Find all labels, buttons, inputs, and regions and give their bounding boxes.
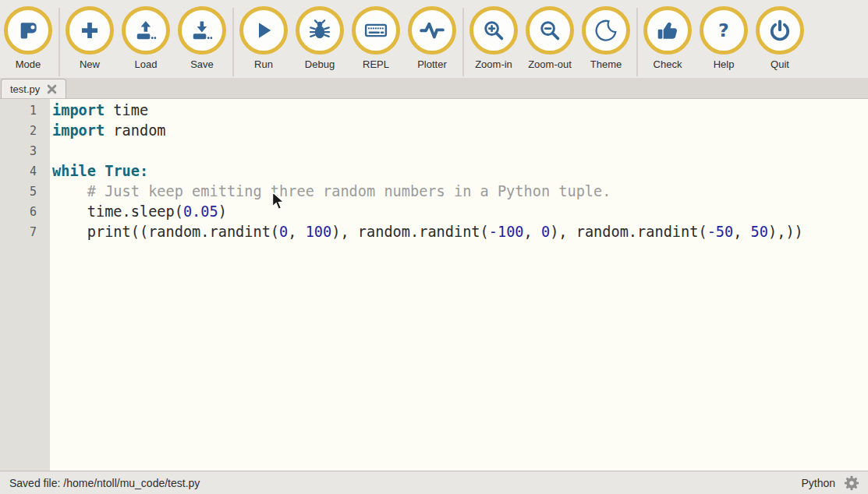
toolbar-button-theme[interactable]: Theme: [578, 6, 634, 70]
toolbar-button-label: Save: [190, 58, 214, 70]
toolbar-button-plotter[interactable]: Plotter: [404, 6, 460, 70]
toolbar-button-load[interactable]: Load: [118, 6, 174, 70]
toolbar-button-run[interactable]: Run: [236, 6, 292, 70]
code-token: [96, 163, 105, 179]
tab-test-py[interactable]: test.py: [1, 79, 66, 98]
code-token: ),)): [768, 224, 803, 240]
line-number: 3: [0, 141, 37, 161]
code-line[interactable]: time.sleep(0.05): [52, 202, 868, 222]
toolbar-button-label: Help: [714, 58, 735, 70]
svg-text:?: ?: [718, 19, 729, 41]
toolbar-button-label: Check: [654, 58, 682, 70]
code-token: ,: [524, 224, 541, 240]
keyboard-icon: [352, 6, 400, 55]
code-token: ), random.randint(: [550, 224, 707, 240]
code-token: -50: [707, 224, 734, 240]
settings-gear-icon[interactable]: [843, 475, 860, 492]
toolbar-button-label: Quit: [771, 58, 789, 70]
bug-icon: [296, 6, 344, 55]
toolbar-separator: [232, 8, 234, 76]
code-token: import: [52, 122, 105, 139]
code-line[interactable]: [52, 141, 868, 161]
code-token: 0.05: [183, 203, 218, 220]
download-icon: [178, 6, 226, 55]
code-token: random: [105, 122, 165, 139]
waveform-icon: [408, 6, 456, 55]
toolbar-button-mode[interactable]: Mode: [0, 6, 56, 70]
play-icon: [239, 6, 288, 55]
code-token: 50: [751, 224, 768, 240]
toolbar-button-new[interactable]: New: [62, 6, 118, 70]
code-line[interactable]: while True:: [52, 161, 868, 182]
code-line[interactable]: import random: [52, 121, 868, 141]
plus-icon: [66, 6, 114, 55]
magnifier-plus-icon: [469, 6, 518, 55]
question-mark-icon: ?: [700, 6, 748, 55]
tab-label: test.py: [10, 83, 40, 95]
code-token: # Just keep emitting three random number…: [87, 183, 611, 199]
toolbar-button-label: Theme: [590, 58, 622, 70]
code-token: -100: [489, 224, 524, 240]
line-number: 5: [0, 182, 37, 202]
status-bar: Saved file: /home/ntoll/mu_code/test.py …: [0, 471, 868, 494]
toolbar-separator: [58, 8, 60, 76]
toolbar-button-help[interactable]: ?Help: [696, 6, 752, 70]
code-token: True:: [105, 163, 148, 179]
editor-pane: 1234567 import timeimport randomwhile Tr…: [0, 99, 868, 471]
code-area[interactable]: import timeimport randomwhile True: # Ju…: [50, 99, 868, 471]
toolbar-button-label: REPL: [363, 58, 389, 70]
toolbar-button-save[interactable]: Save: [174, 6, 230, 70]
toolbar-button-label: Load: [135, 58, 158, 70]
toolbar-separator: [462, 8, 464, 76]
toolbar-separator: [636, 8, 638, 76]
status-message: Saved file: /home/ntoll/mu_code/test.py: [9, 477, 200, 489]
upload-icon: [122, 6, 170, 55]
code-token: 0: [541, 224, 550, 240]
toolbar-button-label: Zoom-out: [528, 58, 572, 70]
power-icon: [756, 6, 804, 55]
close-x-icon[interactable]: [47, 84, 57, 94]
thumbs-up-icon: [643, 6, 692, 55]
code-token: time: [105, 102, 148, 118]
line-number-gutter: 1234567: [0, 99, 50, 471]
code-token: 0: [279, 224, 288, 240]
tab-bar: test.py: [0, 78, 868, 99]
toolbar-button-quit[interactable]: Quit: [752, 6, 808, 70]
line-number: 4: [0, 161, 37, 182]
code-token: ), random.randint(: [331, 224, 489, 240]
code-token: ,: [288, 224, 305, 240]
toolbar-button-label: Debug: [305, 58, 335, 70]
toolbar-button-zoom-in[interactable]: Zoom-in: [466, 6, 522, 70]
line-number: 6: [0, 202, 37, 222]
code-line[interactable]: import time: [52, 101, 868, 121]
toolbar-button-zoom-out[interactable]: Zoom-out: [522, 6, 578, 70]
toolbar-button-label: Plotter: [417, 58, 447, 70]
line-number: 1: [0, 101, 37, 121]
code-token: 100: [306, 224, 332, 240]
moon-icon: [582, 6, 630, 55]
code-token: time.sleep(: [52, 203, 183, 220]
mu-editor-window: ModeNewLoadSaveRunDebugREPLPlotterZoom-i…: [0, 0, 868, 494]
toolbar-button-check[interactable]: Check: [639, 6, 696, 70]
toolbar: ModeNewLoadSaveRunDebugREPLPlotterZoom-i…: [0, 0, 868, 78]
code-line[interactable]: # Just keep emitting three random number…: [52, 182, 868, 202]
code-token: [52, 183, 87, 199]
mode-indicator: Python: [801, 477, 835, 489]
line-number: 2: [0, 121, 37, 141]
toolbar-button-repl[interactable]: REPL: [348, 6, 404, 70]
toolbar-button-debug[interactable]: Debug: [292, 6, 348, 70]
line-number: 7: [0, 222, 37, 242]
toolbar-button-label: Mode: [16, 58, 41, 70]
toolbar-button-label: New: [80, 58, 100, 70]
code-token: import: [52, 102, 105, 118]
code-token: print((random.randint(: [52, 224, 279, 240]
code-token: while: [52, 163, 96, 179]
toolbar-button-label: Zoom-in: [475, 58, 512, 70]
magnifier-minus-icon: [526, 6, 574, 55]
code-line[interactable]: print((random.randint(0, 100), random.ra…: [52, 222, 868, 242]
mode-mu-logo-icon: [4, 6, 52, 55]
toolbar-button-label: Run: [254, 58, 273, 70]
code-token: ): [218, 203, 227, 220]
code-token: ,: [733, 224, 750, 240]
